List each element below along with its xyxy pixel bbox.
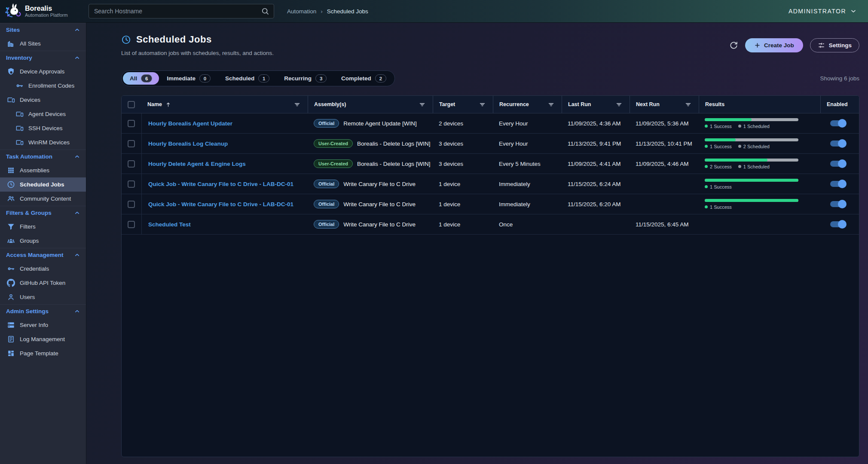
sidebar-item-devices[interactable]: Devices (0, 93, 86, 107)
tab-completed[interactable]: Completed2 (334, 72, 393, 85)
filter-icon[interactable] (685, 101, 692, 108)
sidebar-item-winrm-devices[interactable]: WinRM Devices (0, 135, 86, 150)
table-row: Hourly Delete Agent & Engine LogsUser-Cr… (122, 154, 859, 174)
sidebar-item-ssh-devices[interactable]: SSH Devices (0, 121, 86, 135)
sidebar-section-task-automation[interactable]: Task Automation (0, 150, 86, 163)
row-checkbox[interactable] (128, 120, 135, 127)
enabled-toggle[interactable] (830, 140, 845, 147)
tab-scheduled[interactable]: Scheduled1 (218, 72, 276, 85)
job-name-link[interactable]: Hourly Borealis Agent Updater (148, 120, 232, 127)
create-job-button[interactable]: Create Job (745, 38, 803, 52)
sidebar-item-device-approvals[interactable]: Device Approvals (0, 64, 86, 79)
sidebar-section-sites[interactable]: Sites (0, 23, 86, 37)
results-progress (705, 199, 798, 202)
job-name-link[interactable]: Scheduled Test (148, 221, 191, 228)
job-name-link[interactable]: Quick Job - Write Canary File to C Drive… (148, 181, 293, 187)
row-checkbox[interactable] (128, 140, 135, 147)
row-checkbox[interactable] (128, 221, 135, 228)
tab-immediate[interactable]: Immediate0 (160, 72, 217, 85)
enabled-toggle[interactable] (830, 120, 845, 126)
column-header-recurrence[interactable]: Recurrence (493, 96, 562, 113)
breadcrumb-automation[interactable]: Automation (287, 8, 316, 15)
sidebar-item-page-template[interactable]: Page Template (0, 346, 86, 360)
assembly-name: Write Canary File to C Drive (343, 201, 416, 208)
next-run-cell: 11/09/2025, 4:46 AM (630, 161, 699, 167)
results-cell: 1 Success (699, 179, 820, 189)
job-name-link[interactable]: Hourly Delete Agent & Engine Logs (148, 161, 246, 167)
chevron-up-icon (74, 55, 80, 61)
sidebar-item-groups[interactable]: Groups (0, 234, 86, 248)
table-body: Hourly Borealis Agent UpdaterOfficialRem… (122, 113, 859, 457)
sidebar-item-all-sites[interactable]: All Sites (0, 37, 86, 51)
settings-button[interactable]: Settings (810, 38, 859, 52)
enabled-toggle[interactable] (830, 221, 845, 227)
sidebar-item-label: WinRM Devices (28, 139, 70, 146)
sidebar-item-credentials[interactable]: Credentials (0, 262, 86, 276)
sidebar-item-log-management[interactable]: Log Management (0, 332, 86, 346)
column-header-results[interactable]: Results (699, 96, 820, 113)
sidebar-section-admin-settings[interactable]: Admin Settings (0, 304, 86, 318)
enabled-toggle[interactable] (830, 201, 845, 207)
column-header-enabled[interactable]: Enabled (820, 96, 859, 113)
column-header-next-run[interactable]: Next Run (630, 96, 699, 113)
sidebar-item-github-api-token[interactable]: GitHub API Token (0, 276, 86, 290)
sidebar-item-label: All Sites (20, 40, 41, 47)
sidebar-item-enrollment-codes[interactable]: Enrollment Codes (0, 79, 86, 93)
sidebar-item-label: Filters (20, 223, 36, 230)
tab-count-badge: 6 (141, 74, 152, 82)
sidebar-item-community-content[interactable]: Community Content (0, 192, 86, 206)
filter-icon[interactable] (479, 101, 486, 108)
job-name-link[interactable]: Quick Job - Write Canary File to C Drive… (148, 201, 293, 208)
column-header-assembly-s[interactable]: Assembly(s) (308, 96, 433, 113)
column-header-target[interactable]: Target (433, 96, 493, 113)
last-run-cell: 11/15/2025, 6:20 AM (562, 201, 630, 208)
filter-icon[interactable] (547, 101, 555, 108)
target-cell: 1 device (433, 201, 493, 208)
sidebar-item-server-info[interactable]: Server Info (0, 318, 86, 332)
last-run-cell: 11/09/2025, 4:41 AM (562, 161, 630, 167)
tab-all[interactable]: All6 (123, 72, 159, 85)
table-row: Hourly Borealis Log CleanupUser-CreatedB… (122, 134, 859, 154)
assembly-badge: Official (314, 200, 339, 208)
row-checkbox[interactable] (128, 201, 135, 208)
column-header-last-run[interactable]: Last Run (562, 96, 630, 113)
sidebar-item-scheduled-jobs[interactable]: Scheduled Jobs (0, 177, 86, 192)
sidebar-section-inventory[interactable]: Inventory (0, 51, 86, 64)
refresh-icon[interactable] (729, 41, 738, 50)
hostname-search[interactable] (89, 4, 274, 18)
sidebar-item-agent-devices[interactable]: Agent Devices (0, 107, 86, 121)
building-icon (7, 40, 15, 48)
sidebar-item-filters[interactable]: Filters (0, 220, 86, 234)
sidebar-item-assemblies[interactable]: Assemblies (0, 163, 86, 177)
tab-recurring[interactable]: Recurring3 (277, 72, 333, 85)
job-name-link[interactable]: Hourly Borealis Log Cleanup (148, 140, 228, 147)
tab-label: Completed (341, 75, 371, 82)
enabled-toggle[interactable] (830, 181, 845, 187)
filter-icon[interactable] (419, 101, 426, 108)
user-menu[interactable]: ADMINISTRATOR (789, 8, 857, 15)
row-checkbox[interactable] (128, 160, 135, 168)
row-checkbox[interactable] (128, 180, 135, 188)
section-label: Filters & Groups (6, 210, 52, 216)
brand-name: Borealis (25, 5, 68, 12)
select-all-checkbox[interactable] (128, 101, 135, 108)
results-cell: 1 Success2 Scheduled (699, 138, 820, 149)
last-run-cell: 11/09/2025, 4:36 AM (562, 120, 630, 127)
column-header-name[interactable]: Name (141, 96, 308, 113)
user-menu-label: ADMINISTRATOR (789, 8, 846, 15)
filter-icon[interactable] (293, 101, 301, 108)
assembly-name: Remote Agent Update [WIN] (343, 120, 416, 127)
assembly-name: Borealis - Delete Logs [WIN] (357, 140, 430, 147)
filter-icon[interactable] (615, 101, 623, 108)
sidebar-section-access-management[interactable]: Access Management (0, 248, 86, 262)
brand-logo[interactable]: Borealis Automation Platform (0, 2, 86, 20)
search-icon[interactable] (261, 7, 269, 15)
showing-count: Showing 6 jobs (820, 75, 859, 82)
enabled-toggle[interactable] (830, 161, 845, 167)
column-label: Assembly(s) (314, 101, 346, 107)
sort-asc-icon[interactable] (165, 101, 171, 108)
breadcrumb-scheduled-jobs[interactable]: Scheduled Jobs (316, 8, 368, 15)
sidebar-section-filters-groups[interactable]: Filters & Groups (0, 206, 86, 220)
search-input[interactable] (89, 8, 261, 15)
sidebar-item-users[interactable]: Users (0, 290, 86, 304)
